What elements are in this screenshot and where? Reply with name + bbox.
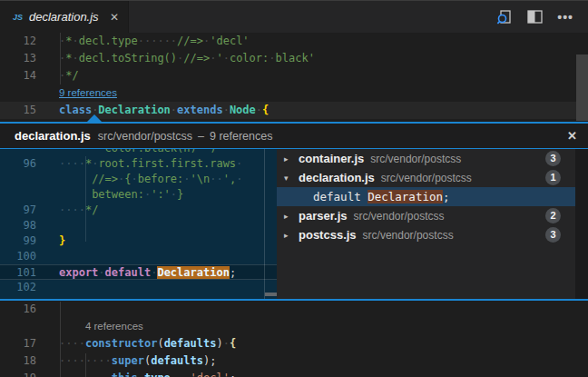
line-number: 99 [0, 233, 36, 249]
line-number [0, 149, 36, 156]
code-text: ·*·decl.toString()·//=>·'·color:·black' [59, 50, 315, 67]
line-number: 13 [0, 50, 36, 67]
code-text: //=>·{·before:·'\n··',· [59, 172, 242, 187]
indent-guide [85, 353, 86, 377]
indent-guide [85, 156, 86, 242]
code-line[interactable]: 13·*·decl.toString()·//=>·'·color:·black… [0, 50, 588, 67]
result-text: default [313, 190, 368, 203]
reference-count-badge: 3 [545, 227, 561, 243]
file-path: src/vendor/postcss [354, 210, 445, 223]
editor-vertical-scrollbar[interactable] [576, 55, 588, 121]
split-editor-icon[interactable] [527, 9, 543, 25]
peek-title: declaration.js [15, 129, 91, 143]
codelens: 4 references [0, 318, 588, 335]
line-number [0, 187, 36, 203]
file-name: parser.js [299, 209, 348, 223]
overview-ruler-border [264, 149, 265, 299]
peek-file-path: src/vendor/postcss [98, 130, 192, 143]
code-line[interactable]: 14·*/ [0, 67, 588, 84]
peek-separator: – [198, 130, 204, 143]
twisty-collapsed-icon[interactable]: ▸ [284, 212, 297, 221]
file-name: container.js [299, 152, 364, 165]
code-text: ····*/ [59, 203, 98, 218]
more-actions-icon[interactable]: ••• [557, 10, 573, 25]
codelens-label[interactable]: 9 references [59, 84, 117, 102]
code-line[interactable]: 16 [0, 301, 588, 318]
twisty-collapsed-icon[interactable]: ▸ [284, 231, 297, 240]
file-row-parser.js[interactable]: ▸parser.jssrc/vendor/postcss2 [277, 206, 575, 225]
line-number: 101 [0, 265, 36, 279]
code-text: between:·':'·} [59, 187, 183, 203]
indent-guide [60, 33, 61, 84]
search-in-file-icon[interactable] [496, 9, 513, 25]
reference-count-badge: 1 [545, 170, 561, 185]
line-number: 96 [0, 156, 36, 172]
tab-close-icon[interactable]: ✕ [110, 11, 119, 24]
references-tree: ▸container.jssrc/vendor/postcss3▾declara… [277, 149, 575, 299]
code-line[interactable]: between:·':'·} [0, 187, 277, 203]
code-line[interactable]: 18········super(defaults); [0, 352, 588, 370]
code-line[interactable]: 12·*·decl.type······//=>·'decl' [0, 33, 588, 50]
codelens-label: 4 references [85, 318, 143, 335]
line-number: 15 [0, 102, 36, 119]
tree-scrollbar-track[interactable] [575, 149, 588, 299]
code-line[interactable]: 99} [0, 233, 277, 249]
editor-bottom-region[interactable]: 164 references17····constructor(defaults… [0, 301, 588, 377]
vscode-window: JS declaration.js ✕ ••• 12·*·decl.type· [0, 0, 588, 377]
tab-bar: JS declaration.js ✕ ••• [0, 0, 588, 33]
code-text: color:black(n)·') [59, 149, 216, 156]
reference-count-badge: 2 [545, 208, 561, 223]
reference-count-badge: 3 [545, 151, 561, 166]
file-name: declaration.js [299, 171, 375, 184]
code-line[interactable]: 102 [0, 280, 277, 295]
file-row-container.js[interactable]: ▸container.jssrc/vendor/postcss3 [277, 149, 575, 168]
reference-match-highlight: Declaration [157, 266, 229, 279]
line-number: 14 [0, 67, 36, 84]
line-number: 19 [0, 370, 36, 377]
twisty-expanded-icon[interactable]: ▾ [284, 174, 297, 183]
code-line[interactable]: 100 [0, 249, 277, 264]
peek-horizontal-scrollbar[interactable] [265, 293, 277, 296]
codelens[interactable]: 9 references [0, 84, 588, 102]
editor-top-region[interactable]: 12·*·decl.type······//=>·'decl'13·*·decl… [0, 33, 588, 122]
tab-declaration-js[interactable]: JS declaration.js ✕ [0, 1, 129, 33]
file-row-declaration.js[interactable]: ▾declaration.jssrc/vendor/postcss1 [277, 168, 575, 187]
reference-result-row[interactable]: default Declaration; [277, 187, 575, 206]
line-number: 18 [0, 352, 36, 370]
code-line[interactable]: color:black(n)·') [0, 149, 277, 156]
result-match-highlight: Declaration [368, 190, 443, 203]
code-line[interactable]: 101export·default·Declaration; [0, 264, 277, 280]
file-name: postcss.js [299, 228, 357, 242]
code-line[interactable]: //=>·{·before:·'\n··',· [0, 172, 277, 187]
peek-references-widget: declaration.js src/vendor/postcss – 9 re… [0, 122, 588, 301]
code-line[interactable]: 17····constructor(defaults)·{ [0, 335, 588, 352]
file-path: src/vendor/postcss [370, 153, 461, 165]
line-number: 16 [0, 301, 36, 318]
editor-actions: ••• [496, 1, 588, 33]
peek-body: color:black(n)·')96····*·root.first.firs… [0, 149, 588, 299]
twisty-collapsed-icon[interactable]: ▸ [284, 154, 297, 164]
tab-label: declaration.js [29, 10, 99, 24]
result-text: ; [443, 190, 450, 203]
peek-close-icon[interactable]: ✕ [567, 129, 577, 143]
peek-editor[interactable]: color:black(n)·')96····*·root.first.firs… [0, 149, 277, 299]
peek-anchor-arrow [87, 114, 102, 122]
code-line[interactable]: 98 [0, 218, 277, 233]
file-path: src/vendor/postcss [363, 229, 454, 242]
code-line[interactable]: 96····*·root.first.first.raws· [0, 156, 277, 172]
line-number: 17 [0, 335, 36, 352]
code-text: ·*/ [59, 67, 79, 84]
line-number: 100 [0, 249, 36, 264]
line-number [0, 172, 36, 187]
code-line[interactable]: 97····*/ [0, 203, 277, 218]
code-text: ·*·decl.type······//=>·'decl' [59, 33, 250, 50]
javascript-file-icon: JS [13, 13, 23, 22]
indent-guide [60, 302, 61, 377]
peek-reference-count: 9 references [210, 130, 272, 143]
code-line[interactable]: 19········this.type·=·'decl'; [0, 370, 588, 377]
code-text: export·default·Declaration; [59, 265, 236, 279]
code-text: ····*·root.first.first.raws· [59, 156, 242, 172]
file-path: src/vendor/postcss [381, 172, 472, 184]
code-text: ····constructor(defaults)·{ [59, 335, 236, 352]
file-row-postcss.js[interactable]: ▸postcss.jssrc/vendor/postcss3 [277, 225, 575, 244]
